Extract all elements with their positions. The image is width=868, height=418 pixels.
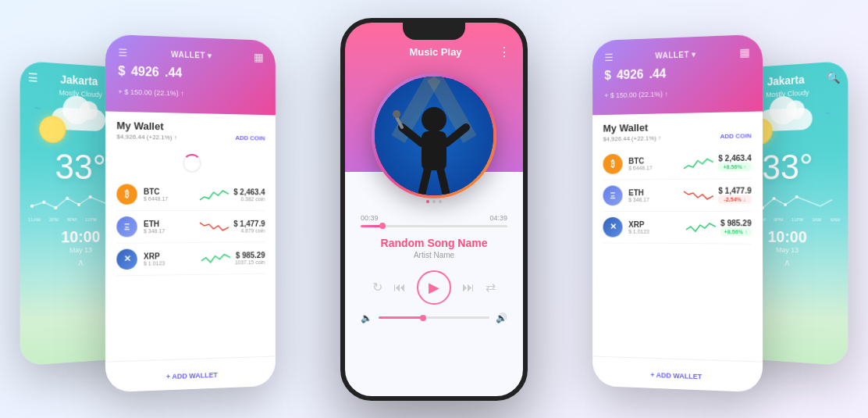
btc-price-left: $ 2,463.4 bbox=[233, 187, 265, 195]
btc-price-right: $ 2,463.4 bbox=[718, 153, 751, 163]
xrp-sparkline-right bbox=[686, 218, 716, 235]
wallet-hamburger-left[interactable]: ☰ bbox=[118, 47, 127, 58]
coin-row-eth-right: Ξ ETH $ 348.17 $ 1,477.9 -2.54% ↓ bbox=[603, 178, 751, 211]
add-wallet-btn-left[interactable]: + ADD WALLET bbox=[166, 370, 218, 380]
wallet-footer-left: + ADD WALLET bbox=[105, 355, 276, 392]
btc-icon-left: ₿ bbox=[116, 184, 137, 204]
album-art-outer bbox=[372, 73, 496, 198]
search-icon-right[interactable]: 🔍 bbox=[827, 70, 840, 84]
music-menu-icon[interactable]: ⋮ bbox=[498, 45, 510, 59]
wallet-amount-right: $ 4926 .44 bbox=[604, 64, 749, 89]
btc-value-left: $ 2,463.4 0.382 coin bbox=[233, 187, 265, 201]
coin-row-xrp-right: ✕ XRP $ 1.0123 $ 985.29 +8.56% ↑ bbox=[603, 211, 751, 244]
eth-sparkline-right bbox=[684, 186, 713, 203]
btc-sparkline-right bbox=[684, 154, 713, 172]
eth-sparkline-left bbox=[200, 217, 229, 234]
eth-change-right: -2.54% ↓ bbox=[718, 195, 751, 203]
xrp-price-left: $ 985.29 bbox=[235, 250, 265, 259]
xrp-change-right: +8.56% ↑ bbox=[720, 227, 752, 235]
wallet-section-title-right: My Wallet bbox=[603, 119, 751, 134]
hamburger-icon-left[interactable]: ☰ bbox=[28, 71, 38, 83]
vol-high-icon[interactable]: 🔊 bbox=[496, 313, 507, 323]
music-notch bbox=[403, 23, 465, 40]
xrp-price-right: $ 985.29 bbox=[720, 218, 752, 227]
wallet-section-title-left: My Wallet bbox=[116, 119, 265, 134]
qr-icon-right[interactable]: ▦ bbox=[739, 45, 749, 59]
graph-label-1: 2PM bbox=[49, 217, 59, 222]
song-info: Random Song Name Artist Name bbox=[345, 237, 523, 266]
amount-cents-right: .44 bbox=[649, 66, 667, 80]
progress-bar[interactable] bbox=[361, 225, 507, 227]
xrp-usd-right: $ 1.0123 bbox=[628, 228, 681, 234]
play-button[interactable]: ▶ bbox=[417, 270, 451, 305]
dot-2 bbox=[432, 200, 436, 203]
vol-low-icon[interactable]: 🔈 bbox=[361, 313, 372, 323]
coin-row-btc-left: ₿ BTC $ 6448.17 $ 2,463.4 0.382 coin bbox=[116, 177, 265, 210]
prev-button[interactable]: ⏮ bbox=[393, 280, 406, 295]
wallet-body-left: My Wallet $4,926.44 (+22.1%) ↑ ADD COIN … bbox=[105, 111, 276, 361]
wallet-loading-left bbox=[116, 146, 265, 179]
song-name: Random Song Name bbox=[361, 237, 507, 249]
album-art-inner bbox=[375, 77, 493, 195]
eth-icon-left: Ξ bbox=[116, 216, 137, 236]
wallet-header-right: ☰ WALLET ▾ ▦ $ 4926 .44 + $ 150.00 (22.1… bbox=[592, 34, 763, 114]
svg-point-0 bbox=[30, 204, 34, 207]
music-times: 00:39 04:39 bbox=[361, 214, 507, 222]
eth-info-right: ETH $ 348.17 bbox=[628, 188, 679, 202]
volume-bar[interactable] bbox=[379, 316, 489, 319]
wallet-title-left: WALLET ▾ bbox=[171, 49, 212, 59]
eth-name-left: ETH bbox=[144, 219, 195, 227]
btc-name-right: BTC bbox=[628, 155, 679, 165]
btc-sparkline-left bbox=[200, 185, 229, 202]
btc-info-left: BTC $ 6448.17 bbox=[144, 187, 195, 201]
xrp-name-right: XRP bbox=[628, 220, 681, 228]
wallet-amount-left: $ 4926 .44 bbox=[118, 64, 263, 89]
eth-usd-right: $ 348.17 bbox=[628, 196, 679, 202]
music-progress-section: 00:39 04:39 bbox=[345, 205, 523, 237]
graph-label-2: 8PM bbox=[67, 217, 76, 222]
add-coin-btn-left[interactable]: ADD COIN bbox=[235, 134, 265, 141]
svg-rect-10 bbox=[422, 131, 446, 170]
xrp-info-right: XRP $ 1.0123 bbox=[628, 220, 681, 234]
dot-3 bbox=[439, 200, 442, 203]
loading-circle-left bbox=[183, 153, 201, 172]
add-coin-btn-right[interactable]: ADD COIN bbox=[720, 131, 751, 139]
weather-city-right: Jakarta bbox=[767, 73, 805, 88]
music-time-total: 04:39 bbox=[489, 214, 507, 222]
xrp-amount-left: 1037.15 coin bbox=[235, 259, 265, 264]
vol-fill bbox=[379, 316, 423, 319]
svg-point-3 bbox=[66, 196, 69, 199]
wallet-hamburger-right[interactable]: ☰ bbox=[604, 52, 614, 62]
next-button[interactable]: ⏭ bbox=[462, 280, 475, 295]
svg-point-16 bbox=[393, 110, 400, 118]
add-wallet-btn-right[interactable]: + ADD WALLET bbox=[650, 370, 702, 380]
graph-label-r5: 8AM bbox=[830, 217, 840, 222]
eth-price-right: $ 1,477.9 bbox=[718, 186, 751, 195]
wallet-body-right: My Wallet $4,926.44 (+22.1%) ↑ ADD COIN … bbox=[592, 111, 763, 361]
btc-info-right: BTC $ 6448.17 bbox=[628, 155, 679, 170]
qr-icon-left[interactable]: ▦ bbox=[254, 50, 263, 63]
svg-point-5 bbox=[89, 195, 92, 198]
xrp-info-left: XRP $ 1.0123 bbox=[144, 251, 197, 266]
svg-point-22 bbox=[795, 195, 799, 198]
eth-info-left: ETH $ 348.17 bbox=[144, 219, 195, 233]
album-art-container bbox=[345, 66, 523, 198]
repeat-button[interactable]: ↻ bbox=[372, 280, 382, 295]
graph-label-r4: 3AM bbox=[812, 217, 821, 222]
bird-left: 〜 bbox=[34, 104, 41, 113]
music-time-current: 00:39 bbox=[361, 214, 379, 222]
btc-amount-left: 0.382 coin bbox=[233, 195, 265, 201]
shuffle-button[interactable]: ⇄ bbox=[486, 280, 496, 295]
coin-row-btc-right: ₿ BTC $ 6448.17 $ 2,463.4 +8.56% ↑ bbox=[603, 146, 751, 180]
scene: ☰ Jakarta 🔍 Mostly Cloudy 〜 〜 33° bbox=[20, 10, 848, 409]
amount-main-left: 4926 bbox=[131, 64, 159, 78]
currency-symbol-right: $ bbox=[604, 68, 611, 81]
xrp-name-left: XRP bbox=[144, 251, 197, 260]
weather-city-left: Jakarta bbox=[60, 73, 98, 88]
svg-point-20 bbox=[773, 197, 776, 200]
eth-icon-right: Ξ bbox=[603, 185, 622, 205]
btc-change-right: +8.56% ↑ bbox=[718, 162, 751, 171]
wallet-phone-right: ☰ WALLET ▾ ▦ $ 4926 .44 + $ 150.00 (22.1… bbox=[592, 34, 763, 392]
svg-point-21 bbox=[784, 203, 787, 206]
coin-row-xrp-left: ✕ XRP $ 1.0123 $ 985.29 1037.15 coin bbox=[116, 242, 265, 276]
